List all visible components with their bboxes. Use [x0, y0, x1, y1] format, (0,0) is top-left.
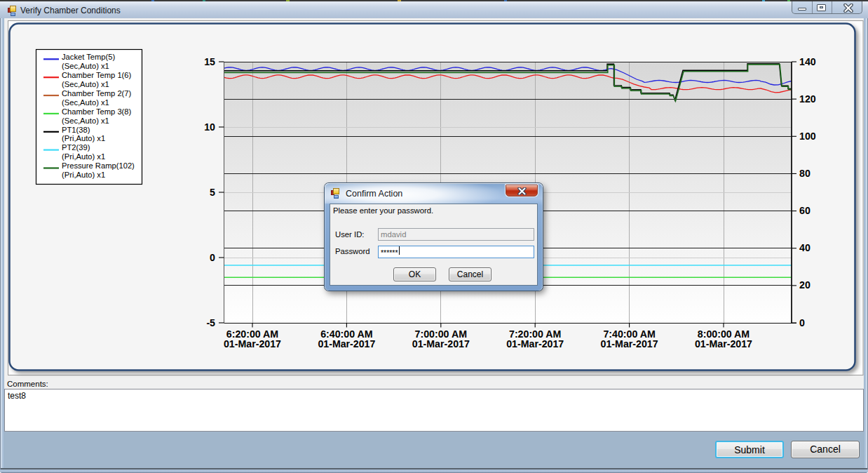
svg-text:Chamber Temp 1(6): Chamber Temp 1(6)	[62, 71, 132, 79]
svg-text:01-Mar-2017: 01-Mar-2017	[695, 338, 752, 349]
svg-text:40: 40	[799, 242, 811, 253]
svg-text:(Sec,Auto) x1: (Sec,Auto) x1	[62, 80, 109, 88]
svg-text:5: 5	[210, 187, 215, 198]
svg-text:Jacket Temp(5): Jacket Temp(5)	[62, 53, 116, 61]
svg-text:PT2(39): PT2(39)	[62, 143, 90, 152]
svg-text:20: 20	[799, 279, 811, 291]
svg-text:(Sec,Auto) x1: (Sec,Auto) x1	[62, 62, 109, 70]
svg-text:(Pri,Auto) x1: (Pri,Auto) x1	[62, 171, 105, 179]
svg-text:PT1(38): PT1(38)	[62, 126, 90, 134]
svg-text:80: 80	[799, 168, 811, 179]
svg-text:Chamber Temp 2(7): Chamber Temp 2(7)	[62, 89, 132, 98]
svg-text:Pressure Ramp(102): Pressure Ramp(102)	[62, 161, 135, 170]
svg-text:10: 10	[204, 121, 215, 133]
svg-text:(Sec,Auto) x1: (Sec,Auto) x1	[62, 98, 109, 107]
svg-text:01-Mar-2017: 01-Mar-2017	[412, 338, 470, 349]
svg-text:60: 60	[799, 205, 811, 216]
svg-text:120: 120	[799, 93, 816, 105]
svg-text:(Pri,Auto) x1: (Pri,Auto) x1	[62, 152, 105, 161]
svg-text:-5: -5	[206, 317, 215, 328]
svg-text:(Sec,Auto) x1: (Sec,Auto) x1	[62, 116, 109, 125]
svg-text:01-Mar-2017: 01-Mar-2017	[224, 338, 281, 349]
svg-text:0: 0	[210, 252, 215, 263]
svg-text:01-Mar-2017: 01-Mar-2017	[506, 338, 564, 349]
svg-text:Chamber Temp 3(8): Chamber Temp 3(8)	[62, 107, 132, 116]
svg-text:01-Mar-2017: 01-Mar-2017	[601, 338, 658, 349]
svg-text:01-Mar-2017: 01-Mar-2017	[318, 338, 375, 349]
svg-text:100: 100	[799, 131, 816, 142]
svg-text:(Pri,Auto) x1: (Pri,Auto) x1	[62, 134, 105, 142]
svg-text:0: 0	[799, 317, 805, 328]
svg-text:140: 140	[799, 56, 816, 67]
svg-text:15: 15	[204, 56, 215, 67]
